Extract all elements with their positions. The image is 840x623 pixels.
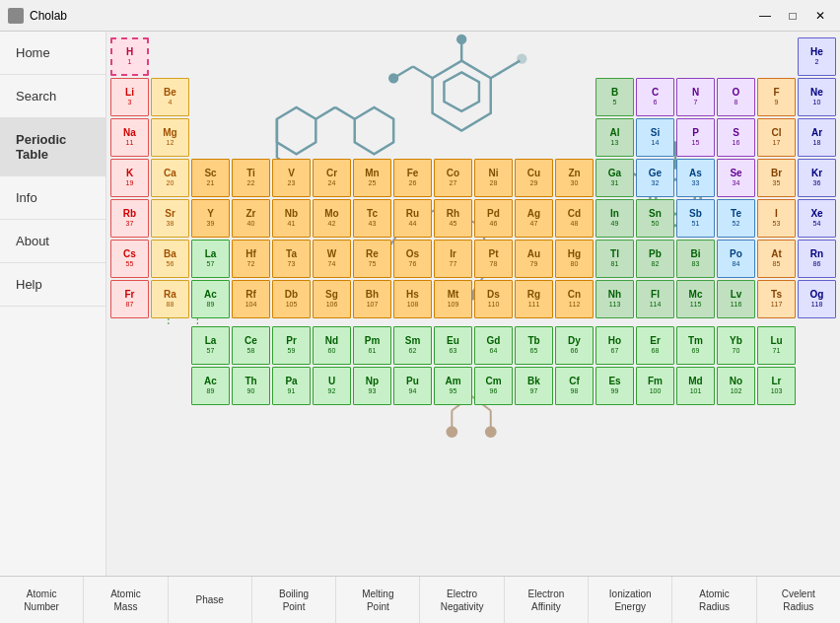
element-As[interactable]: As33 [676,159,715,197]
element-Bi[interactable]: Bi83 [676,240,715,278]
minimize-button[interactable]: — [753,6,777,26]
element-Tb[interactable]: Tb65 [515,326,553,365]
element-Pm[interactable]: Pm61 [353,326,391,365]
element-Mo[interactable]: Mo42 [313,199,351,238]
element-Rf[interactable]: Rf104 [232,280,270,318]
element-Ta[interactable]: Ta73 [272,240,311,278]
sidebar-item-search[interactable]: Search [0,75,105,118]
element-Hs[interactable]: Hs108 [393,280,432,318]
element-Mt[interactable]: Mt109 [434,280,472,318]
element-Fe[interactable]: Fe26 [393,159,432,197]
element-La[interactable]: La57 [191,326,230,365]
sidebar-item-help[interactable]: Help [0,263,105,307]
element-Sr[interactable]: Sr38 [151,199,189,238]
element-Rb[interactable]: Rb37 [110,199,149,238]
element-At[interactable]: At85 [757,240,796,278]
element-Ag[interactable]: Ag47 [515,199,553,238]
element-Pb[interactable]: Pb82 [636,240,674,278]
element-Ar[interactable]: Ar18 [798,118,836,157]
element-Pa[interactable]: Pa91 [272,367,311,405]
element-Ga[interactable]: Ga31 [595,159,634,197]
element-Fr[interactable]: Fr87 [110,280,149,318]
element-Tl[interactable]: Tl81 [595,240,634,278]
element-Hf[interactable]: Hf72 [232,240,270,278]
sidebar-item-about[interactable]: About [0,220,105,263]
element-B[interactable]: B5 [595,78,634,116]
element-Np[interactable]: Np93 [353,367,391,405]
element-Fl[interactable]: Fl114 [636,280,674,318]
element-Cu[interactable]: Cu29 [515,159,553,197]
element-Er[interactable]: Er68 [636,326,674,365]
sidebar-item-periodic-table[interactable]: Periodic Table [0,118,105,176]
element-Hg[interactable]: Hg80 [555,240,594,278]
element-He[interactable]: He2 [798,37,836,76]
element-Ce[interactable]: Ce58 [232,326,270,365]
element-No[interactable]: No102 [717,367,755,405]
element-Be[interactable]: Be4 [151,78,189,116]
element-Ge[interactable]: Ge32 [636,159,674,197]
element-Fm[interactable]: Fm100 [636,367,674,405]
element-Ra[interactable]: Ra88 [151,280,189,318]
element-In[interactable]: In49 [595,199,634,238]
element-Es[interactable]: Es99 [595,367,634,405]
element-Xe[interactable]: Xe54 [798,199,836,238]
element-Sb[interactable]: Sb51 [676,199,715,238]
element-N[interactable]: N7 [676,78,715,116]
element-Al[interactable]: Al13 [595,118,634,157]
element-Mc[interactable]: Mc115 [676,280,715,318]
element-Am[interactable]: Am95 [434,367,472,405]
element-Tm[interactable]: Tm69 [676,326,715,365]
element-Po[interactable]: Po84 [717,240,755,278]
element-Mg[interactable]: Mg12 [151,118,189,157]
element-I[interactable]: I53 [757,199,796,238]
element-Ti[interactable]: Ti22 [232,159,270,197]
element-V[interactable]: V23 [272,159,311,197]
element-Ts[interactable]: Ts117 [757,280,796,318]
sidebar-item-home[interactable]: Home [0,32,105,75]
element-Sg[interactable]: Sg106 [313,280,351,318]
element-Li[interactable]: Li3 [110,78,149,116]
element-P[interactable]: P15 [676,118,715,157]
element-Nh[interactable]: Nh113 [595,280,634,318]
element-Rg[interactable]: Rg111 [515,280,553,318]
element-Ne[interactable]: Ne10 [798,78,836,116]
element-Te[interactable]: Te52 [717,199,755,238]
close-button[interactable]: ✕ [808,6,832,26]
element-Ni[interactable]: Ni28 [474,159,513,197]
element-Lu[interactable]: Lu71 [757,326,796,365]
element-Br[interactable]: Br35 [757,159,796,197]
element-Se[interactable]: Se34 [717,159,755,197]
element-Ca[interactable]: Ca20 [151,159,189,197]
element-Tc[interactable]: Tc43 [353,199,391,238]
element-Sn[interactable]: Sn50 [636,199,674,238]
element-Pd[interactable]: Pd46 [474,199,513,238]
element-Lr[interactable]: Lr103 [757,367,796,405]
element-Cr[interactable]: Cr24 [313,159,351,197]
element-Db[interactable]: Db105 [272,280,311,318]
element-Eu[interactable]: Eu63 [434,326,472,365]
element-Cn[interactable]: Cn112 [555,280,594,318]
element-Cm[interactable]: Cm96 [474,367,513,405]
element-Th[interactable]: Th90 [232,367,270,405]
maximize-button[interactable]: □ [781,6,805,26]
element-Sc[interactable]: Sc21 [191,159,230,197]
element-Rh[interactable]: Rh45 [434,199,472,238]
element-Cl[interactable]: Cl17 [757,118,796,157]
element-Cd[interactable]: Cd48 [555,199,594,238]
element-Og[interactable]: Og118 [798,280,836,318]
element-Cf[interactable]: Cf98 [555,367,594,405]
element-K[interactable]: K19 [110,159,149,197]
element-Os[interactable]: Os76 [393,240,432,278]
element-Zn[interactable]: Zn30 [555,159,594,197]
element-F[interactable]: F9 [757,78,796,116]
element-Nd[interactable]: Nd60 [313,326,351,365]
element-Bh[interactable]: Bh107 [353,280,391,318]
element-W[interactable]: W74 [313,240,351,278]
element-Md[interactable]: Md101 [676,367,715,405]
element-Sm[interactable]: Sm62 [393,326,432,365]
element-S[interactable]: S16 [717,118,755,157]
element-Pu[interactable]: Pu94 [393,367,432,405]
element-H[interactable]: H1 [110,37,149,76]
element-La-ref[interactable]: La57 [191,240,230,278]
element-Gd[interactable]: Gd64 [474,326,513,365]
